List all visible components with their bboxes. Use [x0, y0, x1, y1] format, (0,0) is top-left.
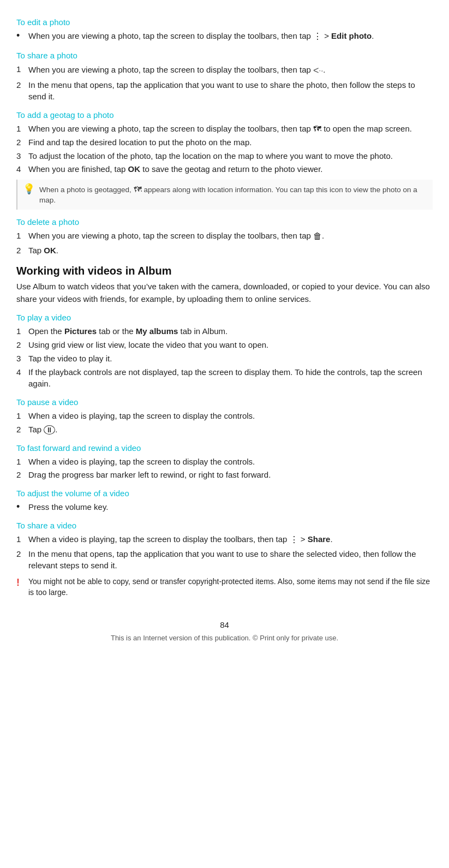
geotag-step4: When you are finished, tap OK to save th…: [28, 163, 323, 175]
list-item: 2 In the menu that opens, tap the applic…: [16, 79, 433, 103]
pause-video-list: 1 When a video is playing, tap the scree…: [16, 410, 433, 436]
share-video-warning: ! You might not be able to copy, send or…: [16, 576, 433, 598]
num-2: 2: [16, 79, 28, 103]
play-step2: Using grid view or list view, locate the…: [28, 339, 268, 351]
list-item: 1 Open the Pictures tab or the My albums…: [16, 325, 433, 337]
section-adjust-volume: To adjust the volume of a video • Press …: [16, 489, 433, 513]
heading-pause-video: To pause a video: [16, 397, 433, 407]
section-share-video: To share a video 1 When a video is playi…: [16, 521, 433, 598]
delete-step1: When you are viewing a photo, tap the sc…: [28, 230, 324, 243]
page-number: 84: [16, 620, 433, 629]
list-item: • When you are viewing a photo, tap the …: [16, 30, 433, 43]
section-play-video: To play a video 1 Open the Pictures tab …: [16, 313, 433, 390]
section-pause-video: To pause a video 1 When a video is playi…: [16, 397, 433, 436]
fastforward-step1: When a video is playing, tap the screen …: [28, 456, 255, 468]
section-delete-photo: To delete a photo 1 When you are viewing…: [16, 217, 433, 256]
heading-adjust-volume: To adjust the volume of a video: [16, 489, 433, 498]
warning-icon: !: [16, 575, 28, 590]
heading-share-photo: To share a photo: [16, 51, 433, 60]
play-step3: Tap the video to play it.: [28, 353, 112, 365]
heading-fastforward-video: To fast forward and rewind a video: [16, 443, 433, 453]
adjust-volume-text: Press the volume key.: [28, 501, 108, 513]
num-1: 1: [16, 410, 28, 422]
geotag-note-text: When a photo is geotagged, 🗺 appears alo…: [39, 183, 427, 206]
section-geotag-photo: To add a geotag to a photo 1 When you ar…: [16, 110, 433, 210]
list-item: 1 When you are viewing a photo, tap the …: [16, 63, 433, 78]
section-edit-photo: To edit a photo • When you are viewing a…: [16, 17, 433, 43]
share-photo-list: 1 When you are viewing a photo, tap the …: [16, 63, 433, 103]
edit-photo-text: When you are viewing a photo, tap the sc…: [28, 30, 374, 43]
bullet-icon: •: [16, 30, 28, 43]
num-3: 3: [16, 150, 28, 162]
note-bulb-icon: 💡: [23, 182, 37, 196]
working-videos-intro: Use Album to watch videos that you’ve ta…: [16, 281, 433, 305]
list-item: 2 In the menu that opens, tap the applic…: [16, 548, 433, 572]
list-item: 1 When you are viewing a photo, tap the …: [16, 230, 433, 243]
play-video-list: 1 Open the Pictures tab or the My albums…: [16, 325, 433, 390]
list-item: 2 Find and tap the desired location to p…: [16, 136, 433, 148]
section-fastforward-video: To fast forward and rewind a video 1 Whe…: [16, 443, 433, 481]
geotag-step3: To adjust the location of the photo, tap…: [28, 150, 393, 162]
bullet-icon: •: [16, 501, 28, 513]
num-4: 4: [16, 163, 28, 175]
geotag-step1: When you are viewing a photo, tap the sc…: [28, 123, 412, 135]
share-video-list: 1 When a video is playing, tap the scree…: [16, 533, 433, 572]
heading-share-video: To share a video: [16, 521, 433, 530]
play-step4: If the playback controls are not display…: [28, 366, 433, 390]
num-1: 1: [16, 230, 28, 243]
geotag-note: 💡 When a photo is geotagged, 🗺 appears a…: [16, 180, 433, 210]
share-video-warning-text: You might not be able to copy, send or t…: [28, 576, 433, 598]
delete-photo-list: 1 When you are viewing a photo, tap the …: [16, 230, 433, 256]
edit-photo-list: • When you are viewing a photo, tap the …: [16, 30, 433, 43]
num-2: 2: [16, 548, 28, 572]
num-1: 1: [16, 325, 28, 337]
heading-edit-photo: To edit a photo: [16, 17, 433, 27]
pause-step2: Tap ⏸.: [28, 424, 58, 436]
share-photo-step1: When you are viewing a photo, tap the sc…: [28, 63, 325, 78]
adjust-volume-list: • Press the volume key.: [16, 501, 433, 513]
list-item: 1 When a video is playing, tap the scree…: [16, 410, 433, 422]
list-item: 1 When you are viewing a photo, tap the …: [16, 123, 433, 135]
heading-play-video: To play a video: [16, 313, 433, 322]
heading-delete-photo: To delete a photo: [16, 217, 433, 227]
heading-working-videos: Working with videos in Album: [16, 265, 433, 277]
list-item: 3 To adjust the location of the photo, t…: [16, 150, 433, 162]
share-video-step1: When a video is playing, tap the screen …: [28, 533, 333, 546]
list-item: 2 Tap OK.: [16, 245, 433, 257]
list-item: 2 Using grid view or list view, locate t…: [16, 339, 433, 351]
fastforward-video-list: 1 When a video is playing, tap the scree…: [16, 456, 433, 481]
num-1: 1: [16, 456, 28, 468]
num-1: 1: [16, 533, 28, 546]
num-1: 1: [16, 123, 28, 135]
num-4: 4: [16, 366, 28, 390]
num-2: 2: [16, 339, 28, 351]
num-2: 2: [16, 136, 28, 148]
pause-step1: When a video is playing, tap the screen …: [28, 410, 255, 422]
list-item: 4 When you are finished, tap OK to save …: [16, 163, 433, 175]
num-3: 3: [16, 353, 28, 365]
list-item: 4 If the playback controls are not displ…: [16, 366, 433, 390]
list-item: • Press the volume key.: [16, 501, 433, 513]
heading-geotag-photo: To add a geotag to a photo: [16, 110, 433, 120]
num-1: 1: [16, 63, 28, 78]
footer-text: This is an Internet version of this publ…: [16, 634, 433, 642]
num-2: 2: [16, 469, 28, 481]
section-working-videos: Working with videos in Album Use Album t…: [16, 265, 433, 598]
geotag-photo-list: 1 When you are viewing a photo, tap the …: [16, 123, 433, 175]
delete-step2: Tap OK.: [28, 245, 58, 257]
num-2: 2: [16, 424, 28, 436]
list-item: 3 Tap the video to play it.: [16, 353, 433, 365]
list-item: 2 Tap ⏸.: [16, 424, 433, 436]
num-2: 2: [16, 245, 28, 257]
share-photo-step2: In the menu that opens, tap the applicat…: [28, 79, 433, 103]
geotag-step2: Find and tap the desired location to put…: [28, 136, 252, 148]
share-video-step2: In the menu that opens, tap the applicat…: [28, 548, 433, 572]
list-item: 1 When a video is playing, tap the scree…: [16, 533, 433, 546]
play-step1: Open the Pictures tab or the My albums t…: [28, 325, 228, 337]
list-item: 2 Drag the progress bar marker left to r…: [16, 469, 433, 481]
section-share-photo: To share a photo 1 When you are viewing …: [16, 51, 433, 103]
fastforward-step2: Drag the progress bar marker left to rew…: [28, 469, 271, 481]
list-item: 1 When a video is playing, tap the scree…: [16, 456, 433, 468]
